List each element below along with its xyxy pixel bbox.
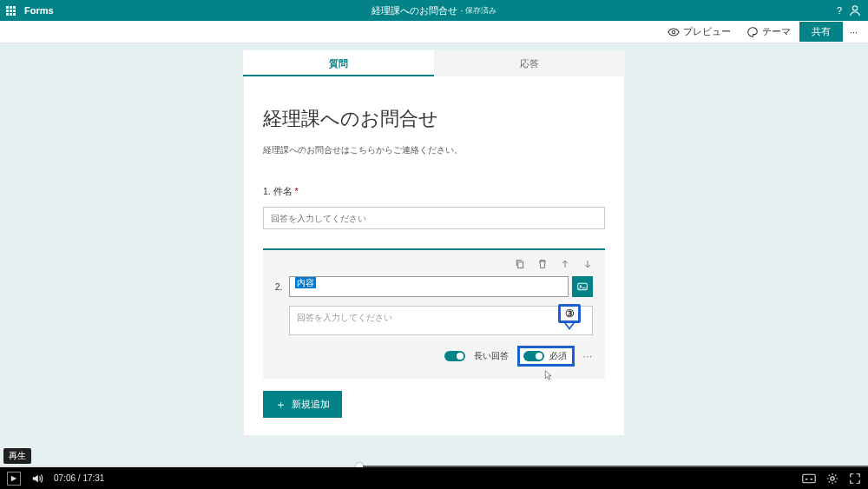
waffle-icon[interactable] (0, 6, 21, 16)
form-title-bar: 経理課へのお問合せ - 保存済み (372, 4, 497, 17)
long-answer-toggle[interactable] (444, 351, 465, 361)
form-title-text: 経理課へのお問合せ (372, 4, 457, 17)
more-commands-button[interactable]: ··· (845, 24, 863, 40)
svg-point-1 (672, 30, 675, 34)
required-group: 必須 (517, 346, 575, 367)
share-label: 共有 (812, 25, 831, 38)
insert-media-button[interactable] (572, 276, 593, 297)
arrow-down-icon[interactable] (582, 259, 593, 269)
q2-footer: 長い回答 必須 ··· (275, 346, 593, 367)
add-question-button[interactable]: ＋ 新規追加 (263, 391, 342, 418)
copy-icon[interactable] (515, 259, 525, 269)
q2-title-value: 内容 (295, 277, 316, 288)
preview-label: プレビュー (683, 25, 731, 38)
user-icon[interactable] (849, 4, 861, 17)
cursor-icon (544, 370, 553, 380)
app-brand[interactable]: Forms (21, 5, 54, 16)
annotation-label: ③ (558, 304, 581, 323)
form-canvas: 質問 応答 経理課へのお問合せ 経理課へのお問合せはこちらからご連絡ください。 … (0, 43, 868, 467)
tab-questions[interactable]: 質問 (243, 50, 434, 76)
q1-required-mark: * (295, 186, 299, 196)
palette-icon (746, 26, 759, 38)
theme-button[interactable]: テーマ (740, 23, 798, 41)
q1-answer-input[interactable] (263, 207, 605, 229)
q2-title-input[interactable]: 内容 (289, 276, 569, 297)
form-description[interactable]: 経理課へのお問合せはこちらからご連絡ください。 (263, 144, 605, 156)
arrow-up-icon[interactable] (560, 259, 570, 269)
time-total: 17:31 (82, 473, 104, 483)
add-question-label: 新規追加 (292, 398, 330, 411)
gear-icon[interactable] (826, 472, 838, 485)
tab-responses[interactable]: 応答 (434, 50, 625, 76)
help-icon[interactable]: ? (837, 5, 842, 16)
replay-badge: 再生 (3, 448, 31, 464)
video-time: 07:06 / 17:31 (54, 473, 104, 483)
required-label: 必須 (549, 350, 567, 362)
saved-indicator: - 保存済み (461, 5, 497, 17)
preview-button[interactable]: プレビュー (661, 23, 738, 41)
q2-edit-block: 2. 内容 回答を入力してください ③ 長い回答 (263, 248, 605, 379)
svg-point-0 (852, 6, 857, 10)
svg-rect-2 (518, 262, 523, 268)
form-heading[interactable]: 経理課へのお問合せ (263, 106, 605, 132)
svg-rect-5 (803, 474, 815, 483)
q1-label: 1. 件名 * (263, 186, 605, 198)
svg-point-6 (831, 476, 834, 479)
q1-number: 1. (263, 186, 271, 196)
volume-icon[interactable] (31, 472, 43, 485)
q2-number: 2. (275, 282, 284, 292)
captions-icon[interactable] (802, 473, 816, 484)
plus-icon: ＋ (275, 399, 286, 410)
form-tabs: 質問 応答 (243, 43, 625, 76)
q2-answer-preview: 回答を入力してください (289, 306, 593, 335)
video-player-bar: 07:06 / 17:31 (0, 467, 868, 489)
app-bar: Forms 経理課へのお問合せ - 保存済み ? (0, 0, 868, 21)
q1-text: 件名 (273, 186, 293, 196)
required-toggle[interactable] (523, 351, 544, 361)
annotation-callout: ③ (558, 304, 581, 327)
time-current: 07:06 (54, 473, 76, 483)
long-answer-label: 長い回答 (474, 350, 509, 362)
q2-toolbar (275, 259, 593, 269)
command-bar: プレビュー テーマ 共有 ··· (0, 21, 868, 43)
fullscreen-icon[interactable] (849, 472, 861, 485)
form-card: 経理課へのお問合せ 経理課へのお問合せはこちらからご連絡ください。 1. 件名 … (243, 76, 625, 436)
theme-label: テーマ (762, 25, 791, 38)
q2-more-button[interactable]: ··· (583, 352, 593, 361)
eye-icon (667, 26, 680, 38)
share-button[interactable]: 共有 (799, 22, 843, 42)
trash-icon[interactable] (537, 259, 548, 269)
play-button[interactable] (7, 472, 21, 486)
